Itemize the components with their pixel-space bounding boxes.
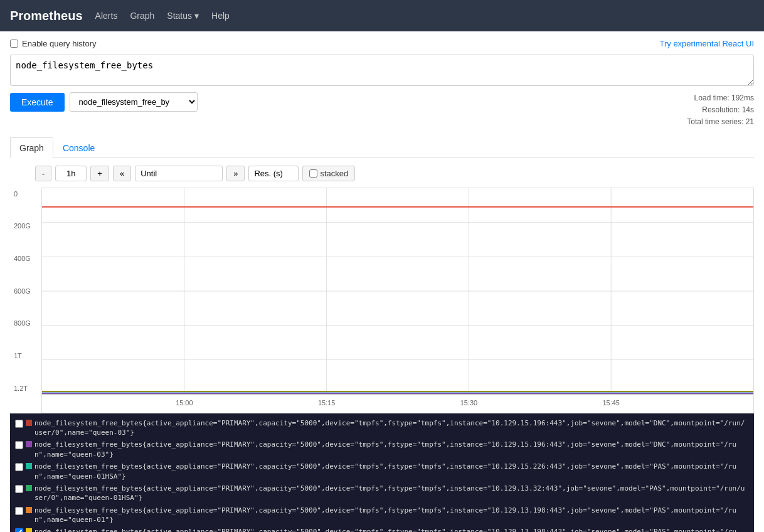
graph-controls: - + « » stacked <box>10 166 754 181</box>
stacked-label[interactable]: stacked <box>302 166 355 181</box>
execute-button[interactable]: Execute <box>10 93 65 112</box>
stacked-checkbox[interactable] <box>309 169 317 178</box>
y-label-1: 1T <box>14 352 31 359</box>
decrease-time-btn[interactable]: - <box>35 166 51 181</box>
legend-color-swatch <box>26 463 32 469</box>
nav-status-dropdown[interactable]: Status ▾ <box>167 11 199 21</box>
query-history-checkbox[interactable] <box>10 40 18 48</box>
y-label-4: 400G <box>14 255 31 262</box>
query-area <box>10 55 754 86</box>
y-label-2: 800G <box>14 319 31 327</box>
svg-text:15:30: 15:30 <box>460 399 477 407</box>
svg-text:15:00: 15:00 <box>176 399 193 407</box>
legend-item-text: node_filesystem_free_bytes{active_applia… <box>34 440 749 459</box>
legend-item-text: node_filesystem_free_bytes{active_applia… <box>34 484 749 503</box>
legend-item-checkbox[interactable] <box>15 507 23 515</box>
legend-item: node_filesystem_free_bytes{active_applia… <box>15 439 749 460</box>
legend-item: node_filesystem_free_bytes{active_applia… <box>15 460 749 482</box>
legend-item-checkbox[interactable] <box>15 441 23 449</box>
execution-row: Execute node_filesystem_free_bytes node_… <box>10 92 198 112</box>
svg-text:15:15: 15:15 <box>318 399 335 407</box>
stats-box: Load time: 192ms Resolution: 14s Total t… <box>687 92 754 129</box>
resolution: Resolution: 14s <box>687 104 754 116</box>
legend-item-text: node_filesystem_free_bytes{active_applia… <box>34 527 749 532</box>
legend-item-checkbox[interactable] <box>15 420 23 428</box>
legend-item: node_filesystem_free_bytes{active_applia… <box>15 482 749 504</box>
legend-color-swatch <box>26 420 32 426</box>
y-label-0: 1.2T <box>14 385 31 392</box>
legend-color-swatch <box>26 507 32 513</box>
query-history-label[interactable]: Enable query history <box>10 39 97 48</box>
y-label-3: 600G <box>14 287 31 295</box>
tabs: Graph Console <box>10 137 754 158</box>
total-time-series: Total time series: 21 <box>687 116 754 128</box>
tab-graph[interactable]: Graph <box>10 137 53 158</box>
legend-item-checkbox[interactable] <box>15 485 23 493</box>
legend-item-text: node_filesystem_free_bytes{active_applia… <box>34 506 749 525</box>
legend: node_filesystem_free_bytes{active_applia… <box>10 413 754 532</box>
rewind-btn[interactable]: « <box>113 166 131 181</box>
legend-item-text: node_filesystem_free_bytes{active_applia… <box>34 418 749 438</box>
query-input[interactable] <box>10 55 754 86</box>
legend-item-checkbox[interactable] <box>15 463 23 471</box>
metric-select[interactable]: node_filesystem_free_bytes node_filesyst… <box>70 92 198 112</box>
chart-wrapper: 1.2T 1T 800G 600G 400G 200G 0 <box>10 188 754 413</box>
legend-item: node_filesystem_free_bytes{active_applia… <box>15 526 749 532</box>
forward-btn[interactable]: » <box>226 166 245 181</box>
navbar-brand[interactable]: Prometheus <box>10 9 83 23</box>
legend-color-swatch <box>26 528 32 532</box>
nav-help[interactable]: Help <box>211 11 230 21</box>
load-time: Load time: 192ms <box>687 92 754 104</box>
legend-item: node_filesystem_free_bytes{active_applia… <box>15 417 749 439</box>
legend-item-checkbox[interactable] <box>15 528 23 532</box>
legend-item: node_filesystem_free_bytes{active_applia… <box>15 504 749 526</box>
until-input[interactable] <box>135 166 223 181</box>
increase-time-btn[interactable]: + <box>90 166 109 181</box>
chevron-down-icon: ▾ <box>194 11 199 21</box>
nav-alerts[interactable]: Alerts <box>95 11 118 21</box>
legend-color-swatch <box>26 441 32 447</box>
main-content: Enable query history Try experimental Re… <box>0 31 764 532</box>
chart-svg: 15:00 15:15 15:30 15:45 <box>41 188 754 413</box>
legend-color-swatch <box>26 485 32 491</box>
y-label-5: 200G <box>14 222 31 230</box>
y-label-6: 0 <box>14 190 31 198</box>
tab-console[interactable]: Console <box>53 137 104 158</box>
y-axis-labels: 1.2T 1T 800G 600G 400G 200G 0 <box>10 188 34 395</box>
legend-item-text: node_filesystem_free_bytes{active_applia… <box>34 462 749 481</box>
top-bar: Enable query history Try experimental Re… <box>10 39 754 48</box>
svg-text:15:45: 15:45 <box>603 399 620 407</box>
time-range-input[interactable] <box>55 166 87 181</box>
nav-graph[interactable]: Graph <box>130 11 154 21</box>
resolution-input[interactable] <box>248 166 299 181</box>
navbar: Prometheus Alerts Graph Status ▾ Help <box>0 0 764 31</box>
try-react-link[interactable]: Try experimental React UI <box>659 39 754 48</box>
